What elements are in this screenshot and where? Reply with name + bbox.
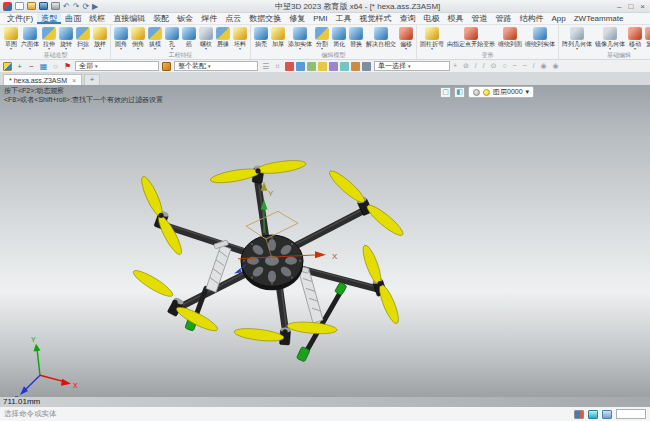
tab-shape[interactable]: 造型 <box>37 13 61 24</box>
display-mode-icon[interactable] <box>574 410 584 419</box>
tab-surface[interactable]: 曲面 <box>61 13 85 24</box>
grid-display-icon[interactable]: ▦ <box>39 61 48 72</box>
tab-routing[interactable]: 管路 <box>491 13 515 24</box>
graphics-viewport[interactable]: X Y Y X Z 按下<F2>:动态观察 <F8>或者<Shift+roll>… <box>0 85 650 397</box>
tab-piping[interactable]: 管道 <box>467 13 491 24</box>
ribbon-btn-draft[interactable]: 拔模 <box>147 26 163 51</box>
pick-mode-dropdown[interactable]: 单一选择 ▾ <box>374 61 450 71</box>
ribbon-btn-pattern-geometry[interactable]: 阵列几何体 <box>561 26 593 51</box>
assembly-scope-icon[interactable] <box>162 62 171 71</box>
ribbon-btn-resolve-self-intersection[interactable]: 解决自相交 <box>365 26 397 47</box>
ribbon-btn-sweep[interactable]: 扫掠 <box>75 26 91 51</box>
ribbon-btn-deform-from-point[interactable]: 由指定点开始变形 <box>446 26 496 47</box>
tab-weldment[interactable]: 焊件 <box>197 13 221 24</box>
flag-icon[interactable]: ⚑ <box>63 61 72 72</box>
filter-icon-set[interactable] <box>285 62 371 71</box>
manager-toggle-icon[interactable] <box>3 62 12 71</box>
filter-icon[interactable] <box>285 62 294 71</box>
landing-fitting-right[interactable] <box>335 282 347 295</box>
ribbon-btn-loft[interactable]: 放样 <box>92 26 108 51</box>
tab-zwteammate[interactable]: ZWTeammate <box>570 13 628 24</box>
ribbon-btn-add-solid[interactable]: 添加实体 <box>287 26 313 51</box>
ribbon-btn-thicken[interactable]: 加厚 <box>270 26 286 47</box>
minimize-button[interactable]: – <box>617 2 621 11</box>
tab-data-exchange[interactable]: 数据交换 <box>245 13 285 24</box>
tab-app[interactable]: App <box>547 13 569 24</box>
open-file-icon[interactable] <box>27 2 36 10</box>
tab-mold[interactable]: 模具 <box>443 13 467 24</box>
filter-icon[interactable] <box>340 62 349 71</box>
ribbon-btn-fillet[interactable]: 圆角 <box>113 26 129 51</box>
axis-x-label: X <box>332 252 338 261</box>
remove-filter-icon[interactable]: − <box>27 61 36 72</box>
ribbon-btn-wrap-to-solid[interactable]: 缠绕到实体 <box>524 26 556 47</box>
tab-framework[interactable]: 结构件 <box>515 13 547 24</box>
tab-assembly[interactable]: 装配 <box>149 13 173 24</box>
tab-tools[interactable]: 工具 <box>331 13 355 24</box>
ribbon-btn-revolve[interactable]: 旋转 <box>58 26 74 51</box>
ribbon-btn-lip[interactable]: 唇缘 <box>215 26 231 47</box>
ribbon-btn-box[interactable]: 六面体 <box>20 26 40 51</box>
ribbon-btn-cylindrical-bend[interactable]: 圆柱折弯 <box>419 26 445 51</box>
section-view-icon[interactable]: ◧ <box>454 87 465 98</box>
ribbon-btn-shell[interactable]: 抽壳 <box>253 26 269 47</box>
tab-pmi[interactable]: PMI <box>309 13 331 24</box>
assembly-scope-dropdown[interactable]: 整个装配 ▾ <box>174 61 258 71</box>
ribbon-btn-rib[interactable]: 筋 <box>181 26 197 47</box>
ribbon-btn-move[interactable]: 移动 <box>627 26 643 51</box>
ribbon-btn-chamfer[interactable]: 倒角 <box>130 26 146 51</box>
ribbon-btn-sketch[interactable]: 草图 <box>3 26 19 51</box>
ribbon-btn-simplify[interactable]: 简化 <box>331 26 347 47</box>
ribbon-btn-thread[interactable]: 螺纹 <box>198 26 214 51</box>
close-button[interactable]: × <box>640 2 645 11</box>
ribbon-btn-offset[interactable]: 偏移 <box>398 26 414 51</box>
list-mode-icon[interactable]: ☰ <box>261 61 270 72</box>
tab-visualize[interactable]: 视觉样式 <box>355 13 395 24</box>
add-filter-icon[interactable]: + <box>15 61 24 72</box>
ribbon-btn-hole[interactable]: 孔 <box>164 26 180 51</box>
tab-point-cloud[interactable]: 点云 <box>221 13 245 24</box>
triad-z-label: Z <box>14 395 19 397</box>
new-file-icon[interactable] <box>15 2 24 10</box>
maximize-button[interactable]: □ <box>628 2 633 11</box>
tab-inquire[interactable]: 查询 <box>395 13 419 24</box>
undo-icon[interactable]: ↶ <box>63 2 70 11</box>
circle-select-icon[interactable]: ○ <box>51 61 60 72</box>
monitor-icon[interactable] <box>588 410 598 419</box>
filter-icon[interactable] <box>307 62 316 71</box>
tab-repair[interactable]: 修复 <box>285 13 309 24</box>
clip-plane-icon[interactable]: ▢ <box>440 87 451 98</box>
save-icon[interactable] <box>39 2 48 10</box>
anchor-icon[interactable]: ⌗ <box>273 61 282 72</box>
print-icon[interactable] <box>51 2 60 10</box>
filter-icon[interactable] <box>296 62 305 71</box>
entity-filter-dropdown[interactable]: 全部 ▾ <box>75 61 159 71</box>
center-plate[interactable] <box>241 235 303 290</box>
hexacopter-model[interactable]: X Y Y X Z <box>0 85 650 397</box>
tab-electrode[interactable]: 电极 <box>419 13 443 24</box>
ribbon-btn-copy[interactable]: 复制 <box>644 26 650 51</box>
tab-close-icon[interactable]: × <box>72 77 76 84</box>
filter-icon[interactable] <box>362 62 371 71</box>
ribbon-btn-mirror-geometry[interactable]: 镜像几何体 <box>594 26 626 51</box>
ribbon-btn-extrude[interactable]: 拉伸 <box>41 26 57 51</box>
regen-icon[interactable]: ⟳ <box>82 2 89 11</box>
ribbon-btn-wrap-to-face[interactable]: 缠绕到面 <box>497 26 523 47</box>
tab-file[interactable]: 文件(F) <box>3 13 37 24</box>
filter-icon[interactable] <box>351 62 360 71</box>
layer-dropdown[interactable]: 图层0000 ▾ <box>468 86 534 98</box>
ribbon-btn-replace[interactable]: 替换 <box>348 26 364 47</box>
ribbon-btn-stock[interactable]: 坯料 <box>232 26 248 51</box>
document-status-icon[interactable] <box>602 410 612 419</box>
tab-wireframe[interactable]: 线框 <box>85 13 109 24</box>
tab-sheet-metal[interactable]: 钣金 <box>173 13 197 24</box>
filter-icon[interactable] <box>329 62 338 71</box>
document-tab-active[interactable]: * hexa.ass.Z3ASM × <box>3 74 82 85</box>
redo-icon[interactable]: ↷ <box>73 2 80 11</box>
filter-icon[interactable] <box>318 62 327 71</box>
status-input[interactable] <box>616 409 646 419</box>
snap-tools-icons[interactable]: + ⊘ / / ⊙ ○ ~ ~ / ◉ ◉ <box>453 62 561 70</box>
tab-direct-edit[interactable]: 直接编辑 <box>109 13 149 24</box>
new-document-tab-button[interactable]: + <box>84 74 100 85</box>
ribbon-btn-split[interactable]: 分割 <box>314 26 330 51</box>
